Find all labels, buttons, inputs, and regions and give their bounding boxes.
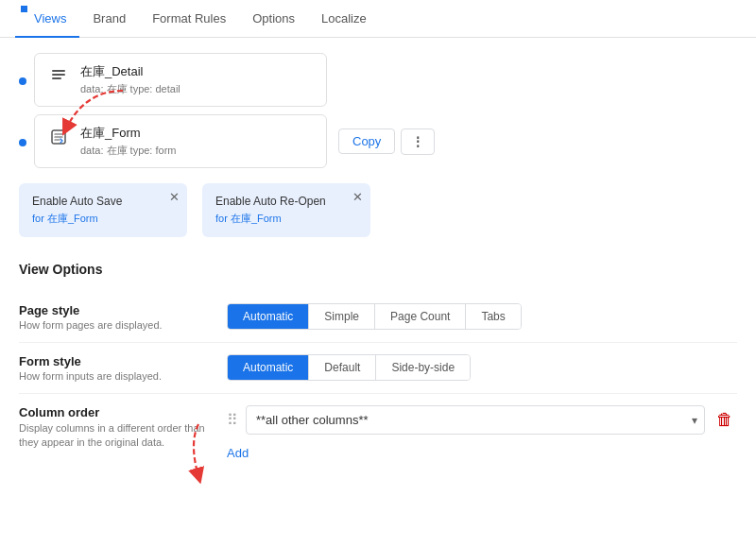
svg-rect-1 <box>52 74 65 76</box>
form-view-title: 在庫_Form <box>80 125 176 142</box>
top-nav: Views Brand Format Rules Options Localiz… <box>0 0 756 38</box>
form-style-automatic[interactable]: Automatic <box>228 355 308 380</box>
form-style-label: Form style <box>19 354 227 368</box>
view-options-title: View Options <box>19 262 737 277</box>
column-order-label: Column order <box>19 405 227 419</box>
nav-item-views[interactable]: Views <box>15 0 79 38</box>
nav-item-format-rules[interactable]: Format Rules <box>139 0 239 38</box>
nav-item-options[interactable]: Options <box>239 0 308 38</box>
form-style-label-col: Form style How form inputs are displayed… <box>19 354 227 382</box>
column-order-select[interactable]: **all other columns** <box>246 405 705 435</box>
form-style-default[interactable]: Default <box>308 355 375 380</box>
detail-view-title: 在庫_Detail <box>80 63 180 80</box>
form-style-desc: How form inputs are displayed. <box>19 370 227 382</box>
page-style-label: Page style <box>19 303 227 317</box>
card-auto-reopen[interactable]: Enable Auto Re-Open for 在庫_Form ✕ <box>202 183 370 237</box>
card-auto-reopen-sub: for 在庫_Form <box>215 212 357 226</box>
more-button[interactable]: ⋮ <box>401 128 435 155</box>
page-style-tabs[interactable]: Tabs <box>465 304 520 329</box>
page-style-controls: Automatic Simple Page Count Tabs <box>227 303 522 330</box>
column-select-wrapper: **all other columns** ▾ <box>246 405 705 435</box>
card-auto-save-title: Enable Auto Save <box>32 195 174 208</box>
nav-item-localize[interactable]: Localize <box>308 0 380 38</box>
card-auto-save-sub: for 在庫_Form <box>32 212 174 226</box>
page-style-label-col: Page style How form pages are displayed. <box>19 303 227 331</box>
detail-view-icon <box>46 63 71 88</box>
form-view-info: 在庫_Form data: 在庫 type: form <box>80 125 176 158</box>
page-style-row: Page style How form pages are displayed.… <box>19 292 737 343</box>
form-style-side-by-side[interactable]: Side-by-side <box>375 355 470 380</box>
column-select-row: ⠿ **all other columns** ▾ 🗑 <box>227 405 737 435</box>
card-auto-save-close[interactable]: ✕ <box>169 191 180 203</box>
column-order-controls: ⠿ **all other columns** ▾ 🗑 Add <box>227 405 737 462</box>
detail-view-info: 在庫_Detail data: 在庫 type: detail <box>80 63 180 96</box>
svg-rect-0 <box>52 70 65 72</box>
column-order-desc: Display columns in a different order tha… <box>19 421 227 451</box>
page-style-count[interactable]: Page Count <box>374 304 465 329</box>
page-style-desc: How form pages are displayed. <box>19 319 227 331</box>
form-style-row: Form style How form inputs are displayed… <box>19 343 737 394</box>
page-style-simple[interactable]: Simple <box>308 304 374 329</box>
form-style-controls: Automatic Default Side-by-side <box>227 354 471 381</box>
form-view-card[interactable]: 在庫_Form data: 在庫 type: form <box>34 114 327 168</box>
detail-view-meta: data: 在庫 type: detail <box>80 82 180 96</box>
card-auto-save[interactable]: Enable Auto Save for 在庫_Form ✕ <box>19 183 187 237</box>
svg-rect-2 <box>52 77 61 79</box>
delete-column-icon[interactable]: 🗑 <box>713 408 737 432</box>
add-column-button[interactable]: Add <box>227 444 249 462</box>
card-auto-reopen-close[interactable]: ✕ <box>352 191 363 203</box>
detail-view-card[interactable]: 在庫_Detail data: 在庫 type: detail <box>34 53 327 107</box>
cards-section: Enable Auto Save for 在庫_Form ✕ Enable Au… <box>19 183 737 237</box>
view-options-section: View Options Page style How form pages a… <box>19 262 737 473</box>
page-style-automatic[interactable]: Automatic <box>228 304 308 329</box>
card-auto-reopen-title: Enable Auto Re-Open <box>215 195 357 208</box>
column-order-row: Column order Display columns in a differ… <box>19 394 737 473</box>
nav-item-brand[interactable]: Brand <box>79 0 139 38</box>
copy-button[interactable]: Copy <box>338 128 395 154</box>
form-view-icon <box>46 125 71 149</box>
drag-handle-icon[interactable]: ⠿ <box>227 411 238 429</box>
column-order-label-col: Column order Display columns in a differ… <box>19 405 227 451</box>
form-view-meta: data: 在庫 type: form <box>80 144 176 158</box>
